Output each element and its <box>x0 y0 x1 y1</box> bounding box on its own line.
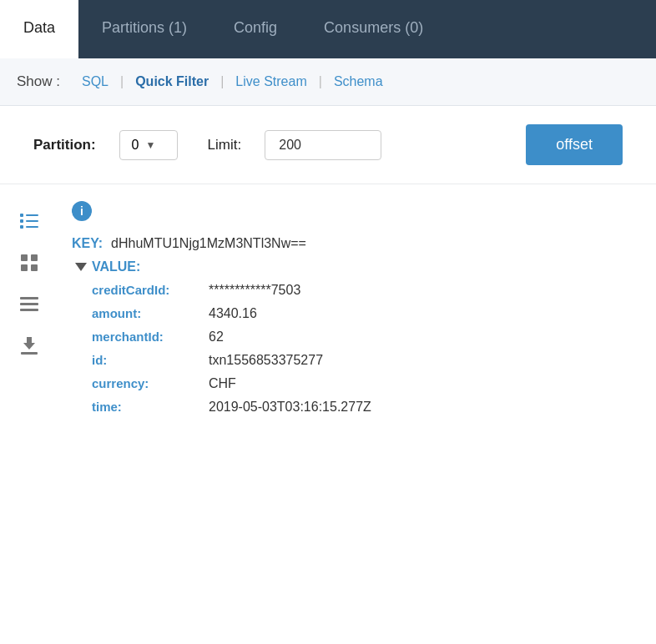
field-val-time: 2019-05-03T03:16:15.277Z <box>209 400 371 415</box>
show-quick-filter-link[interactable]: Quick Filter <box>124 74 220 89</box>
field-row-time: time: 2019-05-03T03:16:15.277Z <box>92 400 643 415</box>
svg-rect-2 <box>20 225 23 229</box>
svg-rect-11 <box>20 303 38 305</box>
field-key-currency: currency: <box>92 376 200 390</box>
field-val-amount: 4340.16 <box>209 306 257 321</box>
field-val-currency: CHF <box>209 376 236 391</box>
offset-button[interactable]: offset <box>526 124 623 165</box>
svg-rect-0 <box>20 214 23 217</box>
field-key-creditcardid: creditCardId: <box>92 283 200 297</box>
svg-rect-3 <box>26 214 38 216</box>
key-value: dHhuMTU1Njg1MzM3NTl3Nw== <box>111 236 306 251</box>
svg-rect-12 <box>20 309 38 311</box>
grid-icon[interactable] <box>18 251 41 274</box>
svg-rect-6 <box>21 254 28 261</box>
show-sql-link[interactable]: SQL <box>70 74 120 89</box>
tabs-bar: Data Partitions (1) Config Consumers (0) <box>0 0 656 58</box>
content-area: i KEY: dHhuMTU1Njg1MzM3NTl3Nw== VALUE: c… <box>0 184 656 440</box>
data-content: i KEY: dHhuMTU1Njg1MzM3NTl3Nw== VALUE: c… <box>58 201 656 423</box>
svg-rect-5 <box>26 226 38 228</box>
svg-rect-13 <box>21 352 38 355</box>
show-live-stream-link[interactable]: Live Stream <box>224 74 318 89</box>
tab-consumers[interactable]: Consumers (0) <box>300 0 447 58</box>
key-row: KEY: dHhuMTU1Njg1MzM3NTl3Nw== <box>72 236 643 251</box>
tab-data[interactable]: Data <box>0 0 78 58</box>
field-val-merchantid: 62 <box>209 330 224 345</box>
value-section: VALUE: creditCardId: ************7503 am… <box>75 259 643 415</box>
tab-partitions[interactable]: Partitions (1) <box>78 0 210 58</box>
show-schema-link[interactable]: Schema <box>322 74 395 89</box>
svg-marker-14 <box>23 337 35 350</box>
partition-select[interactable]: 0 ▼ <box>119 130 178 160</box>
tab-config[interactable]: Config <box>210 0 300 58</box>
controls-row: Partition: 0 ▼ Limit: offset <box>0 106 656 184</box>
svg-rect-4 <box>26 220 38 222</box>
icon-sidebar <box>0 201 58 423</box>
list-icon[interactable] <box>18 209 41 233</box>
partition-value: 0 <box>132 138 139 153</box>
svg-rect-9 <box>31 264 38 271</box>
expand-icon[interactable] <box>75 263 87 271</box>
svg-rect-7 <box>31 254 38 261</box>
chevron-down-icon: ▼ <box>146 139 156 151</box>
download-icon[interactable] <box>18 335 41 358</box>
limit-input[interactable] <box>265 130 381 160</box>
partition-label: Partition: <box>33 137 96 153</box>
field-row-merchantid: merchantId: 62 <box>92 330 643 345</box>
info-icon: i <box>72 201 92 221</box>
svg-rect-1 <box>20 219 23 223</box>
lines-icon[interactable] <box>18 293 41 316</box>
field-row-creditcardid: creditCardId: ************7503 <box>92 283 643 298</box>
value-label: VALUE: <box>92 259 140 274</box>
record-section: KEY: dHhuMTU1Njg1MzM3NTl3Nw== VALUE: cre… <box>72 236 643 415</box>
field-row-currency: currency: CHF <box>92 376 643 391</box>
field-row-id: id: txn1556853375277 <box>92 353 643 368</box>
field-key-merchantid: merchantId: <box>92 330 200 344</box>
field-row-amount: amount: 4340.16 <box>92 306 643 321</box>
limit-label: Limit: <box>208 137 242 153</box>
info-icon-row: i <box>72 201 643 221</box>
show-label: Show : <box>17 73 60 90</box>
field-key-time: time: <box>92 400 200 414</box>
field-val-id: txn1556853375277 <box>209 353 323 368</box>
svg-rect-10 <box>20 297 38 299</box>
key-label: KEY: <box>72 236 103 251</box>
svg-rect-8 <box>21 264 28 271</box>
value-header: VALUE: <box>75 259 643 274</box>
field-key-id: id: <box>92 353 200 367</box>
field-key-amount: amount: <box>92 306 200 320</box>
field-val-creditcardid: ************7503 <box>209 283 300 298</box>
show-bar: Show : SQL | Quick Filter | Live Stream … <box>0 58 656 106</box>
